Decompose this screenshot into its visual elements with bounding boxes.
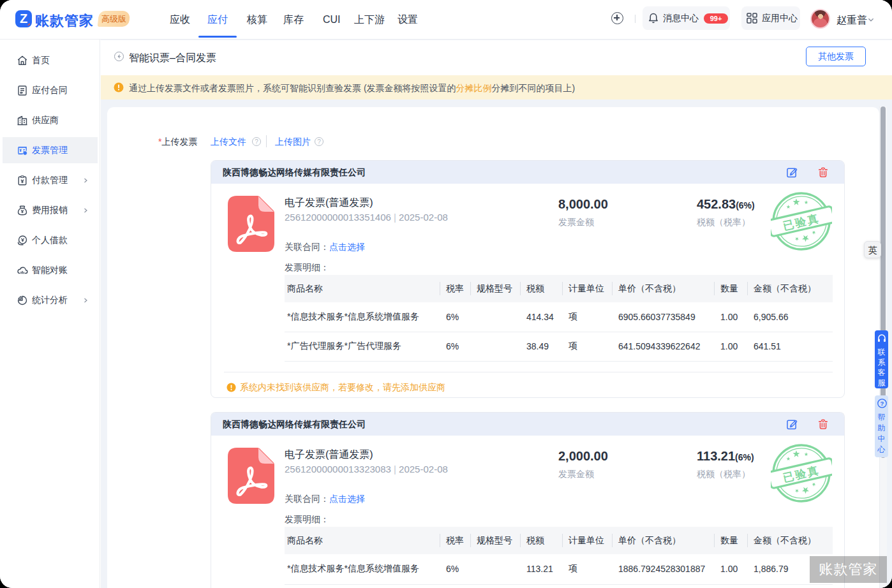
svg-text:?: ? xyxy=(880,400,884,407)
